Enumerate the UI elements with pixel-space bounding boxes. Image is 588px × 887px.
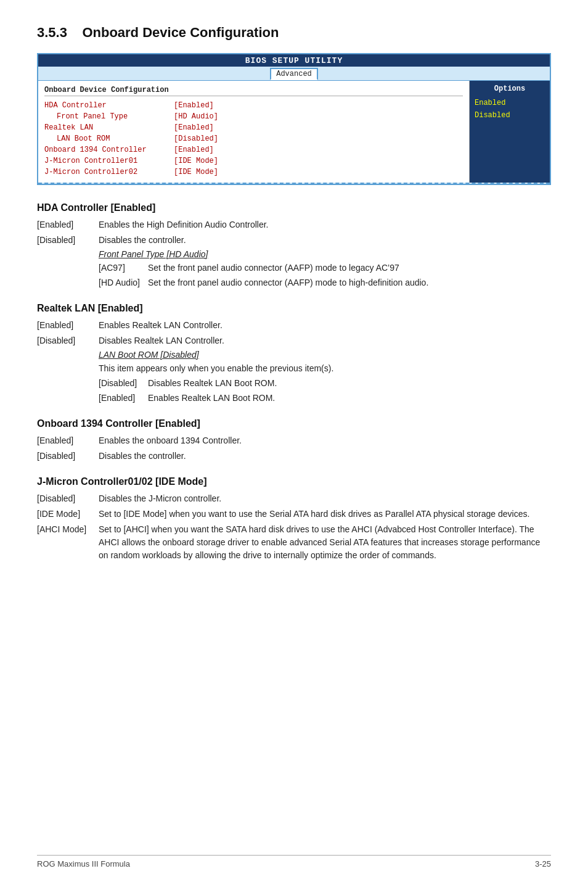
bios-item-label: J-Micron Controller01 — [44, 155, 174, 167]
bios-item-row: J-Micron Controller02[IDE Mode] — [44, 167, 463, 178]
doc-sub-section: LAN Boot ROM [Disabled]This item appears… — [99, 350, 551, 405]
doc-section-1394: Onboard 1394 Controller [Enabled][Enable… — [37, 418, 551, 463]
bios-item-value: [IDE Mode] — [174, 155, 218, 167]
doc-sub-text: Enables Realtek LAN Boot ROM. — [148, 392, 551, 405]
bios-item-label: Front Panel Type — [44, 111, 174, 122]
doc-sub-row: [Disabled]Disables Realtek LAN Boot ROM. — [99, 377, 551, 390]
bios-item-label: LAN Boot ROM — [44, 133, 174, 144]
doc-row: [Disabled]Disables the controller. — [37, 234, 551, 247]
doc-row-text: Set to [IDE Mode] when you want to use t… — [99, 508, 551, 521]
doc-row: [Enabled]Enables the High Definition Aud… — [37, 218, 551, 231]
doc-sub-label: [Enabled] — [99, 392, 148, 405]
doc-sub-heading: Front Panel Type [HD Audio] — [99, 249, 551, 259]
bios-item-label: J-Micron Controller02 — [44, 167, 174, 178]
bios-sidebar-option: Enabled — [475, 97, 545, 109]
doc-sub-section: Front Panel Type [HD Audio][AC97]Set the… — [99, 249, 551, 289]
bios-item-row: Front Panel Type[HD Audio] — [44, 111, 463, 122]
bios-tab-advanced[interactable]: Advanced — [270, 68, 318, 80]
bios-dashed-line — [38, 183, 550, 184]
bios-item-value: [Enabled] — [174, 122, 214, 133]
bios-item-row: HDA Controller[Enabled] — [44, 100, 463, 111]
doc-sub-row: [Enabled]Enables Realtek LAN Boot ROM. — [99, 392, 551, 405]
doc-sub-text: Set the front panel audio connector (AAF… — [148, 276, 551, 289]
doc-sub-row: [AC97]Set the front panel audio connecto… — [99, 262, 551, 274]
doc-section-realtek: Realtek LAN [Enabled][Enabled]Enables Re… — [37, 303, 551, 405]
page-footer: ROG Maximus III Formula 3-25 — [37, 855, 551, 868]
doc-row-label: [Enabled] — [37, 434, 99, 447]
doc-row-text: Disables the J-Micron controller. — [99, 492, 551, 505]
doc-row-text: Disables the controller. — [99, 450, 551, 463]
bios-item-value: [IDE Mode] — [174, 167, 218, 178]
doc-sub-text: Set the front panel audio connector (AAF… — [148, 262, 551, 274]
bios-item-row: LAN Boot ROM[Disabled] — [44, 133, 463, 144]
bios-content: Onboard Device Configuration HDA Control… — [38, 80, 550, 183]
footer-left: ROG Maximus III Formula — [37, 859, 130, 868]
bios-item-label: Realtek LAN — [44, 122, 174, 133]
doc-section-heading: HDA Controller [Enabled] — [37, 202, 551, 213]
bios-sidebar-options: EnabledDisabled — [475, 97, 545, 122]
doc-sub-label: [HD Audio] — [99, 276, 148, 289]
doc-row: [Enabled]Enables the onboard 1394 Contro… — [37, 434, 551, 447]
doc-row: [IDE Mode]Set to [IDE Mode] when you wan… — [37, 508, 551, 521]
doc-row: [AHCI Mode]Set to [AHCI] when you want t… — [37, 523, 551, 562]
bios-item-value: [Enabled] — [174, 100, 214, 111]
doc-row-label: [Enabled] — [37, 218, 99, 231]
doc-row-label: [IDE Mode] — [37, 508, 99, 521]
doc-row-label: [Disabled] — [37, 234, 99, 247]
doc-section-heading: Realtek LAN [Enabled] — [37, 303, 551, 314]
doc-sub-row: [HD Audio]Set the front panel audio conn… — [99, 276, 551, 289]
bios-item-value: [HD Audio] — [174, 111, 218, 122]
doc-row-text: Disables Realtek LAN Controller. — [99, 334, 551, 347]
doc-section-heading: Onboard 1394 Controller [Enabled] — [37, 418, 551, 429]
doc-sections: HDA Controller [Enabled][Enabled]Enables… — [37, 202, 551, 562]
section-title: 3.5.3 Onboard Device Configuration — [37, 25, 551, 41]
doc-sub-note: This item appears only when you enable t… — [99, 362, 551, 375]
bios-item-label: Onboard 1394 Controller — [44, 144, 174, 155]
bios-item-label: HDA Controller — [44, 100, 174, 111]
doc-row: [Disabled]Disables the J-Micron controll… — [37, 492, 551, 505]
doc-row: [Disabled]Disables the controller. — [37, 450, 551, 463]
bios-item-value: [Disabled] — [174, 133, 218, 144]
doc-row-text: Disables the controller. — [99, 234, 551, 247]
footer-right: 3-25 — [535, 859, 551, 868]
doc-sub-heading: LAN Boot ROM [Disabled] — [99, 350, 551, 360]
bios-sidebar-title: Options — [475, 85, 545, 93]
bios-items-list: HDA Controller[Enabled]Front Panel Type[… — [44, 100, 463, 178]
bios-tab-row: Advanced — [38, 67, 550, 80]
section-number: 3.5.3 — [37, 25, 67, 40]
doc-section-hda: HDA Controller [Enabled][Enabled]Enables… — [37, 202, 551, 289]
bios-item-row: J-Micron Controller01[IDE Mode] — [44, 155, 463, 167]
doc-sub-text: Disables Realtek LAN Boot ROM. — [148, 377, 551, 390]
doc-row: [Enabled]Enables Realtek LAN Controller. — [37, 319, 551, 332]
doc-row-label: [Disabled] — [37, 492, 99, 505]
bios-box: BIOS SETUP UTILITY Advanced Onboard Devi… — [37, 53, 551, 185]
bios-item-value: [Enabled] — [174, 144, 214, 155]
doc-row-text: Enables the High Definition Audio Contro… — [99, 218, 551, 231]
doc-row-label: [Disabled] — [37, 450, 99, 463]
doc-row-label: [Enabled] — [37, 319, 99, 332]
section-heading: Onboard Device Configuration — [82, 25, 279, 40]
bios-item-row: Onboard 1394 Controller[Enabled] — [44, 144, 463, 155]
doc-sub-label: [Disabled] — [99, 377, 148, 390]
bios-header: BIOS SETUP UTILITY — [38, 54, 550, 67]
bios-sidebar: Options EnabledDisabled — [470, 81, 550, 183]
doc-row-label: [AHCI Mode] — [37, 523, 99, 562]
doc-section-heading: J-Micron Controller01/02 [IDE Mode] — [37, 476, 551, 487]
doc-section-jmicron: J-Micron Controller01/02 [IDE Mode][Disa… — [37, 476, 551, 562]
doc-row-text: Set to [AHCI] when you want the SATA har… — [99, 523, 551, 562]
bios-item-row: Realtek LAN[Enabled] — [44, 122, 463, 133]
doc-row-label: [Disabled] — [37, 334, 99, 347]
bios-main-title: Onboard Device Configuration — [44, 86, 463, 96]
doc-row-text: Enables the onboard 1394 Controller. — [99, 434, 551, 447]
doc-sub-label: [AC97] — [99, 262, 148, 274]
doc-row: [Disabled]Disables Realtek LAN Controlle… — [37, 334, 551, 347]
doc-row-text: Enables Realtek LAN Controller. — [99, 319, 551, 332]
bios-sidebar-option: Disabled — [475, 109, 545, 122]
bios-main-panel: Onboard Device Configuration HDA Control… — [38, 81, 470, 183]
